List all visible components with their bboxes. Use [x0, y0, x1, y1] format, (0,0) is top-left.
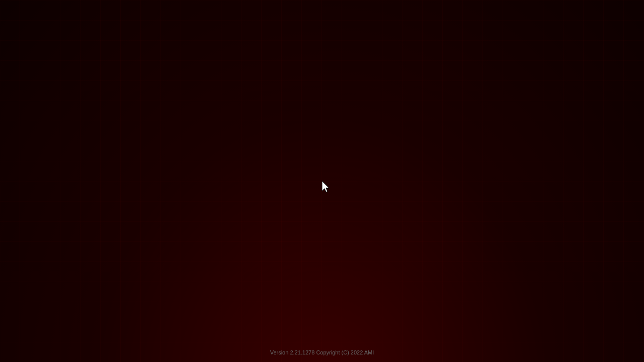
main-container: UEFI BIOS Utility — Advanced Mode 10/26/… [0, 0, 644, 362]
bg-lines [0, 0, 644, 362]
footer-version: Version 2.21.1278 Copyright (C) 2022 AMI [270, 349, 374, 355]
